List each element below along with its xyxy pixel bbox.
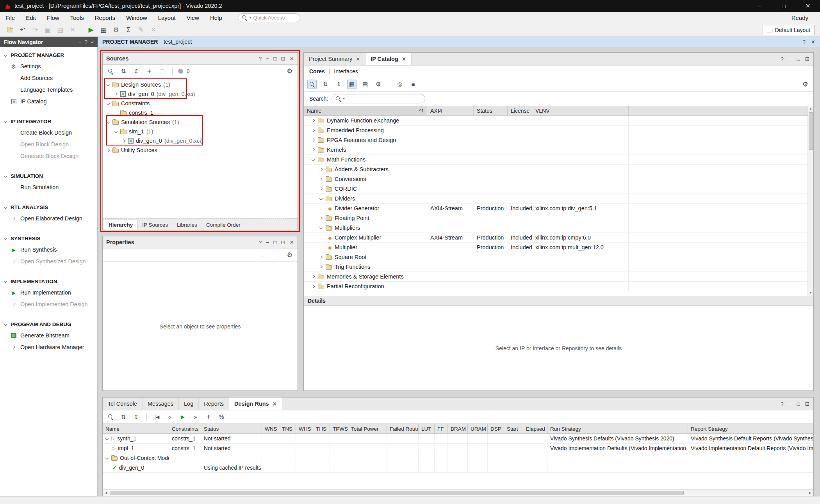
catalog-row[interactable]: Math Functions bbox=[304, 155, 813, 165]
sidebar-item-open-hardware-manager[interactable]: Open Hardware Manager bbox=[0, 341, 97, 353]
collapse-all-icon[interactable]: ⇅ bbox=[119, 412, 128, 422]
tab-messages[interactable]: Messages bbox=[143, 398, 179, 410]
catalog-row[interactable]: Conversions bbox=[304, 174, 813, 184]
gear-icon[interactable]: ⚙ bbox=[800, 80, 810, 89]
menu-reports[interactable]: Reports bbox=[89, 14, 121, 21]
catalog-row[interactable]: Dynamic Function eXchange bbox=[304, 116, 813, 126]
column-tpws[interactable]: TPWS bbox=[330, 424, 348, 433]
run-row-impl-1[interactable]: ▷impl_1 constrs_1 Not started Vivado Imp… bbox=[103, 444, 813, 453]
column-tns[interactable]: TNS bbox=[279, 424, 296, 433]
close-icon[interactable]: ✕ bbox=[356, 56, 360, 62]
column-axi4[interactable]: AXI4 bbox=[427, 106, 474, 115]
sidebar-item-run-implementation[interactable]: ▶Run Implementation bbox=[0, 287, 97, 298]
search-icon[interactable] bbox=[106, 412, 115, 422]
tree-row-constraints[interactable]: Constraints bbox=[103, 99, 298, 108]
chevron-right-icon[interactable] bbox=[312, 138, 315, 142]
tree-row-design-sources[interactable]: Design Sources(1) bbox=[103, 80, 298, 89]
sidebar-item-settings[interactable]: ⚙Settings bbox=[0, 60, 97, 72]
settings-gear-icon[interactable]: ⚙ bbox=[111, 25, 121, 35]
menu-file[interactable]: File bbox=[0, 14, 20, 21]
group-view-icon[interactable]: ▤ bbox=[360, 80, 370, 89]
column-dsp[interactable]: DSP bbox=[488, 424, 504, 433]
sidebar-item-run-simulation[interactable]: Run Simulation bbox=[0, 181, 97, 193]
column-wns[interactable]: WNS bbox=[262, 424, 279, 433]
expand-all-icon[interactable]: ⇕ bbox=[132, 67, 141, 76]
close-icon[interactable]: ✕ bbox=[811, 39, 815, 45]
maximize-icon[interactable]: □ bbox=[273, 240, 276, 245]
step-back-icon[interactable]: « bbox=[165, 412, 175, 422]
scrollbar-thumb[interactable] bbox=[110, 491, 684, 495]
window-minimize-button[interactable]: – bbox=[747, 0, 772, 12]
help-icon[interactable]: ? bbox=[781, 56, 784, 62]
chevron-down-icon[interactable] bbox=[105, 437, 109, 440]
float-icon[interactable]: ⊡ bbox=[805, 401, 809, 407]
catalog-row[interactable]: Adders & Subtracters bbox=[304, 165, 813, 174]
tree-row-utility-sources[interactable]: Utility Sources bbox=[103, 146, 298, 155]
run-row-ooc-group[interactable]: Out-of-Context Module Runs bbox=[103, 453, 813, 463]
column-ff[interactable]: FF bbox=[435, 424, 448, 433]
close-icon[interactable]: ✕ bbox=[290, 55, 294, 62]
tab-log[interactable]: Log bbox=[179, 398, 199, 410]
menu-tools[interactable]: Tools bbox=[65, 14, 89, 21]
section-title[interactable]: SIMULATION bbox=[0, 170, 97, 181]
stop-icon[interactable]: ■ bbox=[408, 80, 418, 89]
section-title[interactable]: SYNTHESIS bbox=[0, 233, 97, 244]
catalog-row[interactable]: Trig Functions bbox=[304, 262, 813, 272]
minimize-icon[interactable]: − bbox=[789, 401, 792, 407]
tab-ip-sources[interactable]: IP Sources bbox=[138, 220, 172, 230]
catalog-row[interactable]: Embedded Processing bbox=[304, 126, 813, 135]
sidebar-item-add-sources[interactable]: Add Sources bbox=[0, 72, 97, 84]
column-status[interactable]: Status bbox=[201, 424, 262, 433]
window-close-button[interactable]: ✕ bbox=[796, 0, 820, 12]
chevron-down-icon[interactable] bbox=[319, 197, 323, 201]
close-icon[interactable]: ✕ bbox=[273, 401, 277, 407]
catalog-row[interactable]: Kernels bbox=[304, 145, 813, 155]
horizontal-scrollbar[interactable]: ◀ ▶ bbox=[103, 489, 813, 496]
float-icon[interactable]: ⊡ bbox=[281, 55, 285, 62]
maximize-icon[interactable]: □ bbox=[273, 56, 276, 62]
redo-icon[interactable]: ↷ bbox=[30, 25, 41, 35]
gear-icon[interactable]: ⚙ bbox=[285, 67, 294, 76]
chevron-down-icon[interactable] bbox=[107, 83, 110, 87]
chevron-down-icon[interactable] bbox=[319, 226, 323, 230]
column-ths[interactable]: THS bbox=[313, 424, 330, 433]
scroll-down-arrow[interactable]: ▼ bbox=[808, 290, 813, 296]
menu-view[interactable]: View bbox=[181, 14, 205, 21]
sidebar-item-generate-bitstream[interactable]: Generate Bitstream bbox=[0, 330, 97, 341]
scroll-left-arrow[interactable]: ◀ bbox=[103, 490, 109, 496]
subtab-cores[interactable]: Cores bbox=[309, 68, 325, 75]
chevron-right-icon[interactable] bbox=[319, 256, 323, 259]
tree-row-simulation-sources[interactable]: Simulation Sources(1) bbox=[103, 117, 298, 127]
column-name[interactable]: Name^1 bbox=[304, 106, 427, 115]
column-lut[interactable]: LUT bbox=[419, 424, 435, 433]
catalog-row-complex-multiplier[interactable]: ◆Complex MultiplierAXI4-StreamProduction… bbox=[304, 233, 813, 243]
minimize-icon[interactable]: − bbox=[266, 240, 269, 245]
menu-layout[interactable]: Layout bbox=[153, 14, 181, 21]
repository-settings-icon[interactable]: ⚙ bbox=[374, 80, 383, 89]
collapse-all-icon[interactable]: ⇅ bbox=[119, 67, 128, 76]
tab-project-summary[interactable]: Project Summary✕ bbox=[304, 53, 365, 65]
sidebar-item-open-synthesized-design[interactable]: Open Synthesized Design bbox=[0, 256, 97, 267]
catalog-row[interactable]: Memories & Storage Elements bbox=[304, 272, 813, 282]
subtab-interfaces[interactable]: Interfaces bbox=[334, 68, 358, 75]
document-icon[interactable]: ▢ bbox=[157, 67, 167, 76]
scroll-up-arrow[interactable]: ▲ bbox=[808, 106, 813, 112]
section-title[interactable]: RTL ANALYSIS bbox=[0, 202, 97, 213]
catalog-row[interactable]: Dividers bbox=[304, 194, 813, 204]
chevron-right-icon[interactable] bbox=[319, 177, 323, 181]
chevron-right-icon[interactable] bbox=[312, 119, 315, 122]
collapse-all-icon[interactable]: ⇅ bbox=[321, 80, 330, 89]
collapse-sidebar-icon[interactable]: « bbox=[91, 39, 94, 45]
column-constraints[interactable]: Constraints bbox=[169, 424, 201, 433]
section-title[interactable]: PROGRAM AND DEBUG bbox=[0, 319, 97, 330]
chevron-down-icon[interactable] bbox=[105, 456, 109, 460]
chevron-right-icon[interactable] bbox=[312, 285, 315, 288]
sigma-icon[interactable]: Σ bbox=[123, 25, 134, 35]
column-report-strategy[interactable]: Report Strategy bbox=[688, 424, 813, 433]
sidebar-item-open-elaborated-design[interactable]: Open Elaborated Design bbox=[0, 213, 97, 224]
scrollbar-thumb[interactable] bbox=[809, 112, 813, 150]
board-icon[interactable]: ▦ bbox=[98, 25, 109, 35]
layout-selector[interactable]: Default Layout bbox=[763, 25, 815, 35]
column-failed-routes[interactable]: Failed Routes bbox=[387, 424, 419, 433]
help-icon[interactable]: ? bbox=[85, 39, 87, 45]
